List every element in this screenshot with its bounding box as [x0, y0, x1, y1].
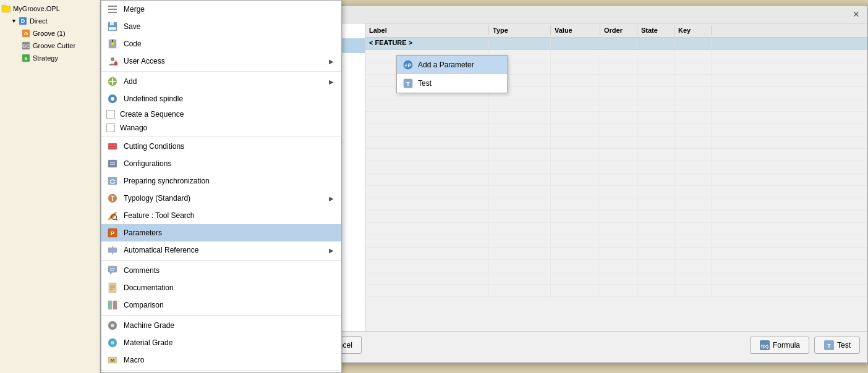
menu-item-parameters[interactable]: P Parameters: [101, 224, 341, 241]
table-row: [365, 99, 867, 112]
material-grade-icon: [106, 337, 119, 349]
formula-label: Formula: [773, 341, 800, 350]
svg-text:P: P: [111, 230, 114, 237]
feature-type-cell: [489, 38, 551, 49]
tree-item-groove-cutter[interactable]: GC Groove Cutter: [0, 40, 100, 52]
test-icon: T: [823, 340, 835, 351]
tree-root-label: MyGroove.OPL: [13, 5, 60, 12]
sequence-checkbox[interactable]: [106, 110, 115, 119]
svg-text:S: S: [24, 56, 28, 61]
svg-rect-37: [108, 248, 117, 253]
tree-groove-label: Groove (1): [33, 30, 66, 37]
menu-item-sync[interactable]: Preparing synchronization: [101, 172, 341, 190]
svg-rect-48: [108, 301, 112, 309]
menu-item-auto-ref[interactable]: Automatical Reference ▶: [101, 241, 341, 259]
svg-text:T: T: [406, 81, 410, 87]
direct-icon: D: [18, 16, 28, 26]
table-body: < FEATURE >: [365, 38, 867, 331]
user-access-arrow: ▶: [329, 58, 334, 65]
menu-item-user-access[interactable]: User Access ▶: [101, 52, 341, 70]
separator-4: [101, 315, 341, 316]
menu-cutting-label: Cutting Conditions: [124, 142, 334, 151]
menu-feature-search-label: Feature : Tool Search: [124, 211, 334, 220]
menu-item-save[interactable]: Save: [101, 18, 341, 35]
menu-item-add[interactable]: Add ▶: [101, 73, 341, 90]
dialog-close-button[interactable]: ✕: [850, 9, 862, 19]
table-row: [365, 285, 867, 297]
svg-text:GC: GC: [22, 43, 30, 49]
tree-item-groove[interactable]: G Groove (1): [0, 27, 100, 40]
table-row: [365, 198, 867, 211]
separator-2: [101, 136, 341, 136]
menu-item-code[interactable]: Code: [101, 35, 341, 52]
menu-item-documentation[interactable]: Documentation: [101, 279, 341, 296]
feature-label-cell: < FEATURE >: [365, 38, 489, 49]
separator-1: [101, 71, 341, 72]
svg-rect-17: [114, 62, 117, 65]
add-icon: [106, 75, 119, 88]
menu-item-config[interactable]: Configurations: [101, 155, 341, 172]
menu-item-material-grade[interactable]: Material Grade: [101, 334, 341, 351]
menu-item-merge[interactable]: Merge: [101, 1, 341, 18]
header-value: Value: [551, 25, 600, 35]
tree-strategy-label: Strategy: [33, 54, 58, 62]
add-arrow: ▶: [329, 78, 334, 85]
table-row: [365, 272, 867, 285]
tree-groove-cutter-label: Groove Cutter: [33, 42, 75, 49]
svg-text:T: T: [111, 195, 114, 202]
wanago-checkbox[interactable]: [106, 124, 115, 132]
strategy-icon: S: [21, 53, 31, 63]
tree-root-item[interactable]: MyGroove.OPL: [0, 2, 100, 15]
menu-sync-label: Preparing synchronization: [124, 177, 334, 185]
svg-text:M: M: [111, 358, 115, 363]
popup-add-parameter[interactable]: +P Add a Parameter: [397, 56, 507, 74]
groove-icon: G: [21, 28, 31, 38]
menu-item-wanago[interactable]: Wanago: [101, 121, 341, 135]
tree-item-strategy[interactable]: S Strategy: [0, 52, 100, 64]
cutting-icon: [106, 140, 119, 153]
menu-merge-label: Merge: [124, 5, 334, 14]
svg-text:G: G: [24, 31, 28, 36]
config-icon: [106, 157, 119, 170]
svg-text:f(x): f(x): [761, 343, 769, 349]
menu-auto-ref-label: Automatical Reference: [124, 246, 329, 254]
separator-5: [101, 370, 341, 371]
typology-icon: T: [106, 192, 119, 204]
documentation-icon: [106, 282, 119, 294]
auto-ref-arrow: ▶: [329, 247, 334, 254]
popup-add-parameter-label: Add a Parameter: [418, 61, 474, 69]
table-feature-row[interactable]: < FEATURE >: [365, 38, 867, 50]
table-row: [365, 248, 867, 260]
menu-item-sequence[interactable]: Create a Sequence: [101, 107, 341, 121]
footer-right: f(x) Formula T Test: [750, 337, 860, 354]
feature-state-cell: [637, 38, 674, 49]
code-icon: [106, 38, 119, 50]
svg-point-16: [111, 57, 114, 61]
menu-macro-label: Macro: [124, 356, 334, 364]
svg-text:D: D: [21, 18, 25, 24]
menu-item-machine-grade[interactable]: Machine Grade: [101, 317, 341, 334]
menu-item-feature-search[interactable]: Feature : Tool Search: [101, 207, 341, 224]
header-label: Label: [365, 25, 489, 35]
svg-rect-24: [108, 143, 117, 149]
table-row: [365, 112, 867, 124]
menu-item-spindle[interactable]: Undefined spindle: [101, 90, 341, 107]
header-key: Key: [674, 25, 712, 35]
menu-item-cutting[interactable]: Cutting Conditions: [101, 138, 341, 155]
typology-arrow: ▶: [329, 195, 334, 202]
popup-test[interactable]: T Test: [397, 74, 507, 93]
user-access-icon: [106, 55, 119, 67]
header-order: Order: [600, 25, 637, 35]
menu-parameters-label: Parameters: [124, 228, 334, 237]
menu-item-typology[interactable]: T Typology (Standard) ▶: [101, 190, 341, 207]
test-button[interactable]: T Test: [814, 337, 860, 354]
menu-spindle-label: Undefined spindle: [124, 94, 334, 103]
menu-documentation-label: Documentation: [124, 283, 334, 292]
table-row: [365, 161, 867, 174]
sync-icon: [106, 175, 119, 187]
tree-item-direct[interactable]: ▼ D Direct: [0, 15, 100, 27]
formula-button[interactable]: f(x) Formula: [750, 337, 809, 354]
menu-item-comments[interactable]: Comments: [101, 262, 341, 279]
menu-item-comparison[interactable]: Comparison: [101, 296, 341, 314]
menu-item-macro[interactable]: M Macro: [101, 351, 341, 369]
